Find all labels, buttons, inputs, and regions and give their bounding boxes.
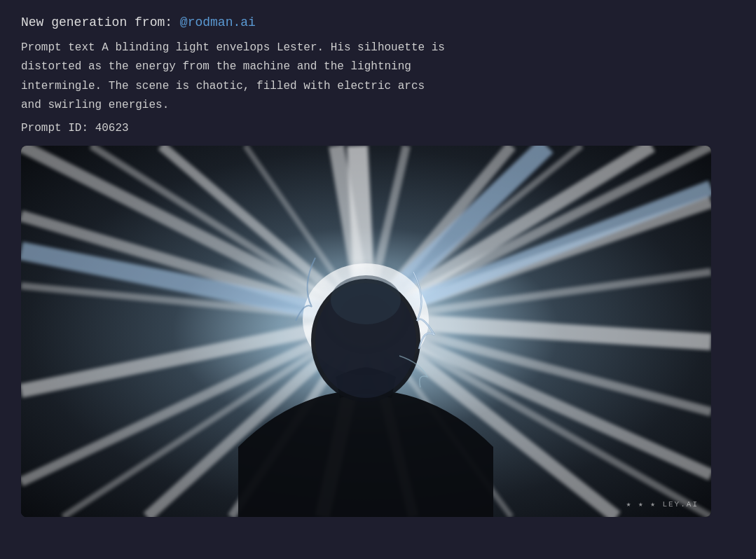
watermark: ★ ★ ★ LEY.AI [626, 499, 699, 509]
scene-svg [21, 146, 711, 517]
mention-handle[interactable]: @rodman.ai [180, 15, 256, 29]
card: New generation from: @rodman.ai Prompt t… [0, 0, 756, 559]
prompt-id-line: Prompt ID: 40623 [21, 122, 735, 134]
generated-image-container: ★ ★ ★ LEY.AI [21, 146, 711, 517]
prompt-id-label: Prompt ID: [21, 122, 88, 134]
prompt-text-block: Prompt text A blinding light envelops Le… [21, 39, 735, 115]
generated-image [21, 146, 711, 517]
svg-point-38 [331, 275, 401, 324]
header-line: New generation from: @rodman.ai [21, 14, 735, 32]
prompt-id-value: 40623 [95, 122, 129, 134]
new-generation-label: New generation from: [21, 15, 172, 29]
prompt-label: Prompt text [21, 41, 95, 54]
